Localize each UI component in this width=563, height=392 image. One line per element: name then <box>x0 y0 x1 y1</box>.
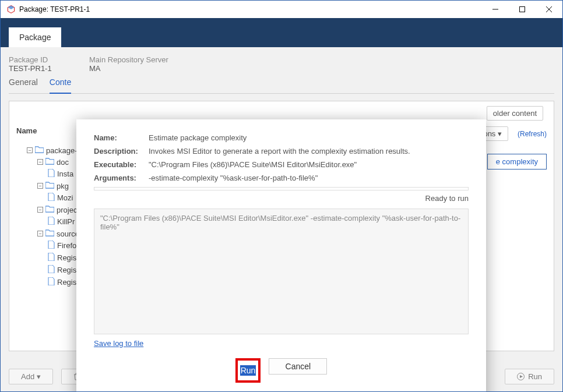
collapse-icon[interactable]: − <box>37 231 43 236</box>
folder-content-button[interactable]: older content <box>487 106 543 121</box>
name-column-header: Name <box>16 126 37 141</box>
window-title: Package: TEST-PR1-1 <box>19 5 90 13</box>
folder-icon <box>45 181 54 190</box>
highlight-box: Run <box>235 358 261 383</box>
title-bar: Package: TEST-PR1-1 <box>1 1 562 18</box>
refresh-link[interactable]: (Refresh) <box>518 130 547 138</box>
close-button[interactable] <box>536 1 562 18</box>
collapse-icon[interactable]: − <box>37 183 43 189</box>
dialog-desc-value: Invokes MSI Editor to generate a report … <box>149 147 469 156</box>
run-dialog: Name:Estimate package complexity Descrip… <box>76 119 486 392</box>
minimize-button[interactable] <box>482 1 509 18</box>
log-textbox[interactable]: "C:\Program Files (x86)\PACE Suite\MSI E… <box>94 209 469 334</box>
folder-icon <box>35 146 44 155</box>
file-icon <box>48 253 55 263</box>
dialog-exe-label: Executable: <box>94 160 149 169</box>
subtab-general[interactable]: General <box>9 76 38 93</box>
tab-package[interactable]: Package <box>9 27 61 47</box>
svg-marker-7 <box>520 375 523 378</box>
svg-rect-3 <box>520 7 525 12</box>
sub-tab-strip: General Conte <box>9 76 554 94</box>
dialog-name-label: Name: <box>94 133 149 142</box>
file-icon <box>48 265 55 275</box>
file-icon <box>48 277 55 287</box>
play-icon <box>517 373 525 380</box>
dialog-desc-label: Description: <box>94 147 149 156</box>
dialog-args-label: Arguments: <box>94 174 149 182</box>
maximize-button[interactable] <box>509 1 536 18</box>
dialog-args-value: -estimate-complexity "%ask-user-for-path… <box>149 174 469 182</box>
folder-icon <box>45 205 54 214</box>
bottom-run-button[interactable]: Run <box>505 369 554 384</box>
main-content: Package ID TEST-PR1-1 Main Repository Se… <box>1 47 562 392</box>
progress-bar <box>94 187 469 190</box>
dialog-name-value: Estimate package complexity <box>149 133 469 142</box>
dialog-exe-value: "C:\Program Files (x86)\PACE Suite\MSI E… <box>149 160 469 169</box>
status-text: Ready to run <box>94 194 469 203</box>
file-icon <box>48 241 55 250</box>
main-tab-strip: Package <box>1 18 562 47</box>
dialog-run-button[interactable]: Run <box>240 365 256 376</box>
file-icon <box>48 193 55 203</box>
file-icon <box>48 169 55 179</box>
estimate-complexity-button[interactable]: e complexity <box>487 154 547 169</box>
package-id-value: TEST-PR1-1 <box>9 64 73 73</box>
save-log-link[interactable]: Save log to file <box>94 339 143 348</box>
app-logo-icon <box>6 5 16 14</box>
subtab-content[interactable]: Conte <box>50 76 71 94</box>
repo-server-value: MA <box>89 64 168 73</box>
folder-icon <box>45 157 54 167</box>
package-id-label: Package ID <box>9 55 73 64</box>
collapse-icon[interactable]: − <box>37 159 43 165</box>
folder-icon <box>45 229 54 238</box>
file-icon <box>48 217 55 227</box>
repo-server-label: Main Repository Server <box>89 55 168 64</box>
collapse-icon[interactable]: − <box>27 147 33 153</box>
collapse-icon[interactable]: − <box>37 207 43 213</box>
add-button[interactable]: Add ▾ <box>9 369 53 384</box>
dialog-cancel-button[interactable]: Cancel <box>269 358 327 375</box>
